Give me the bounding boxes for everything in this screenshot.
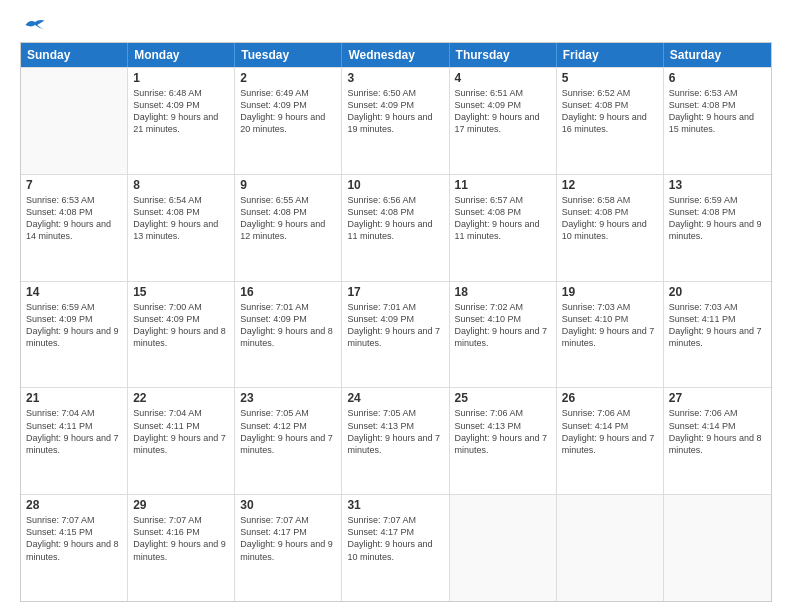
cal-week-row-4: 28Sunrise: 7:07 AM Sunset: 4:15 PM Dayli… [21, 494, 771, 601]
day-number: 11 [455, 178, 551, 192]
day-info: Sunrise: 7:07 AM Sunset: 4:16 PM Dayligh… [133, 514, 229, 563]
day-number: 21 [26, 391, 122, 405]
day-info: Sunrise: 7:04 AM Sunset: 4:11 PM Dayligh… [133, 407, 229, 456]
day-info: Sunrise: 6:55 AM Sunset: 4:08 PM Dayligh… [240, 194, 336, 243]
cal-cell: 12Sunrise: 6:58 AM Sunset: 4:08 PM Dayli… [557, 175, 664, 281]
cal-header-friday: Friday [557, 43, 664, 67]
day-number: 25 [455, 391, 551, 405]
cal-cell: 24Sunrise: 7:05 AM Sunset: 4:13 PM Dayli… [342, 388, 449, 494]
calendar-body: 1Sunrise: 6:48 AM Sunset: 4:09 PM Daylig… [21, 67, 771, 601]
day-info: Sunrise: 7:06 AM Sunset: 4:14 PM Dayligh… [562, 407, 658, 456]
day-info: Sunrise: 6:48 AM Sunset: 4:09 PM Dayligh… [133, 87, 229, 136]
header [20, 16, 772, 34]
cal-cell: 29Sunrise: 7:07 AM Sunset: 4:16 PM Dayli… [128, 495, 235, 601]
day-info: Sunrise: 7:01 AM Sunset: 4:09 PM Dayligh… [240, 301, 336, 350]
day-info: Sunrise: 6:59 AM Sunset: 4:08 PM Dayligh… [669, 194, 766, 243]
day-number: 15 [133, 285, 229, 299]
day-number: 17 [347, 285, 443, 299]
day-number: 14 [26, 285, 122, 299]
day-info: Sunrise: 7:07 AM Sunset: 4:15 PM Dayligh… [26, 514, 122, 563]
day-info: Sunrise: 7:04 AM Sunset: 4:11 PM Dayligh… [26, 407, 122, 456]
day-number: 31 [347, 498, 443, 512]
day-number: 28 [26, 498, 122, 512]
cal-cell: 20Sunrise: 7:03 AM Sunset: 4:11 PM Dayli… [664, 282, 771, 388]
day-number: 2 [240, 71, 336, 85]
cal-cell: 14Sunrise: 6:59 AM Sunset: 4:09 PM Dayli… [21, 282, 128, 388]
cal-cell: 5Sunrise: 6:52 AM Sunset: 4:08 PM Daylig… [557, 68, 664, 174]
cal-week-row-0: 1Sunrise: 6:48 AM Sunset: 4:09 PM Daylig… [21, 67, 771, 174]
cal-cell: 18Sunrise: 7:02 AM Sunset: 4:10 PM Dayli… [450, 282, 557, 388]
day-info: Sunrise: 7:05 AM Sunset: 4:12 PM Dayligh… [240, 407, 336, 456]
cal-cell: 3Sunrise: 6:50 AM Sunset: 4:09 PM Daylig… [342, 68, 449, 174]
cal-cell: 7Sunrise: 6:53 AM Sunset: 4:08 PM Daylig… [21, 175, 128, 281]
day-number: 18 [455, 285, 551, 299]
day-number: 26 [562, 391, 658, 405]
cal-cell: 9Sunrise: 6:55 AM Sunset: 4:08 PM Daylig… [235, 175, 342, 281]
cal-cell: 2Sunrise: 6:49 AM Sunset: 4:09 PM Daylig… [235, 68, 342, 174]
day-number: 12 [562, 178, 658, 192]
cal-cell: 23Sunrise: 7:05 AM Sunset: 4:12 PM Dayli… [235, 388, 342, 494]
day-info: Sunrise: 7:06 AM Sunset: 4:14 PM Dayligh… [669, 407, 766, 456]
day-number: 20 [669, 285, 766, 299]
cal-week-row-1: 7Sunrise: 6:53 AM Sunset: 4:08 PM Daylig… [21, 174, 771, 281]
day-number: 8 [133, 178, 229, 192]
cal-week-row-3: 21Sunrise: 7:04 AM Sunset: 4:11 PM Dayli… [21, 387, 771, 494]
cal-cell: 6Sunrise: 6:53 AM Sunset: 4:08 PM Daylig… [664, 68, 771, 174]
cal-cell: 15Sunrise: 7:00 AM Sunset: 4:09 PM Dayli… [128, 282, 235, 388]
day-number: 1 [133, 71, 229, 85]
cal-header-saturday: Saturday [664, 43, 771, 67]
cal-cell: 13Sunrise: 6:59 AM Sunset: 4:08 PM Dayli… [664, 175, 771, 281]
page: SundayMondayTuesdayWednesdayThursdayFrid… [0, 0, 792, 612]
day-info: Sunrise: 6:54 AM Sunset: 4:08 PM Dayligh… [133, 194, 229, 243]
day-info: Sunrise: 6:53 AM Sunset: 4:08 PM Dayligh… [26, 194, 122, 243]
day-number: 6 [669, 71, 766, 85]
day-info: Sunrise: 6:53 AM Sunset: 4:08 PM Dayligh… [669, 87, 766, 136]
cal-week-row-2: 14Sunrise: 6:59 AM Sunset: 4:09 PM Dayli… [21, 281, 771, 388]
cal-header-tuesday: Tuesday [235, 43, 342, 67]
cal-cell: 25Sunrise: 7:06 AM Sunset: 4:13 PM Dayli… [450, 388, 557, 494]
day-number: 29 [133, 498, 229, 512]
cal-cell: 27Sunrise: 7:06 AM Sunset: 4:14 PM Dayli… [664, 388, 771, 494]
cal-cell [557, 495, 664, 601]
day-info: Sunrise: 6:59 AM Sunset: 4:09 PM Dayligh… [26, 301, 122, 350]
calendar: SundayMondayTuesdayWednesdayThursdayFrid… [20, 42, 772, 602]
cal-header-wednesday: Wednesday [342, 43, 449, 67]
day-info: Sunrise: 6:50 AM Sunset: 4:09 PM Dayligh… [347, 87, 443, 136]
cal-cell [21, 68, 128, 174]
day-info: Sunrise: 7:05 AM Sunset: 4:13 PM Dayligh… [347, 407, 443, 456]
day-number: 5 [562, 71, 658, 85]
day-info: Sunrise: 6:49 AM Sunset: 4:09 PM Dayligh… [240, 87, 336, 136]
cal-cell: 10Sunrise: 6:56 AM Sunset: 4:08 PM Dayli… [342, 175, 449, 281]
cal-cell: 1Sunrise: 6:48 AM Sunset: 4:09 PM Daylig… [128, 68, 235, 174]
cal-cell: 19Sunrise: 7:03 AM Sunset: 4:10 PM Dayli… [557, 282, 664, 388]
cal-cell: 21Sunrise: 7:04 AM Sunset: 4:11 PM Dayli… [21, 388, 128, 494]
logo [20, 16, 48, 34]
day-number: 27 [669, 391, 766, 405]
calendar-header-row: SundayMondayTuesdayWednesdayThursdayFrid… [21, 43, 771, 67]
cal-header-sunday: Sunday [21, 43, 128, 67]
day-number: 4 [455, 71, 551, 85]
cal-cell: 30Sunrise: 7:07 AM Sunset: 4:17 PM Dayli… [235, 495, 342, 601]
day-info: Sunrise: 6:56 AM Sunset: 4:08 PM Dayligh… [347, 194, 443, 243]
cal-cell: 4Sunrise: 6:51 AM Sunset: 4:09 PM Daylig… [450, 68, 557, 174]
cal-cell [450, 495, 557, 601]
day-info: Sunrise: 6:57 AM Sunset: 4:08 PM Dayligh… [455, 194, 551, 243]
day-info: Sunrise: 7:03 AM Sunset: 4:11 PM Dayligh… [669, 301, 766, 350]
day-info: Sunrise: 6:58 AM Sunset: 4:08 PM Dayligh… [562, 194, 658, 243]
day-info: Sunrise: 7:02 AM Sunset: 4:10 PM Dayligh… [455, 301, 551, 350]
day-info: Sunrise: 6:52 AM Sunset: 4:08 PM Dayligh… [562, 87, 658, 136]
cal-cell [664, 495, 771, 601]
day-number: 23 [240, 391, 336, 405]
cal-cell: 16Sunrise: 7:01 AM Sunset: 4:09 PM Dayli… [235, 282, 342, 388]
day-number: 13 [669, 178, 766, 192]
day-info: Sunrise: 7:06 AM Sunset: 4:13 PM Dayligh… [455, 407, 551, 456]
day-info: Sunrise: 7:01 AM Sunset: 4:09 PM Dayligh… [347, 301, 443, 350]
day-number: 10 [347, 178, 443, 192]
day-number: 3 [347, 71, 443, 85]
cal-cell: 17Sunrise: 7:01 AM Sunset: 4:09 PM Dayli… [342, 282, 449, 388]
cal-cell: 31Sunrise: 7:07 AM Sunset: 4:17 PM Dayli… [342, 495, 449, 601]
day-info: Sunrise: 7:00 AM Sunset: 4:09 PM Dayligh… [133, 301, 229, 350]
cal-cell: 26Sunrise: 7:06 AM Sunset: 4:14 PM Dayli… [557, 388, 664, 494]
day-info: Sunrise: 7:07 AM Sunset: 4:17 PM Dayligh… [240, 514, 336, 563]
day-number: 7 [26, 178, 122, 192]
